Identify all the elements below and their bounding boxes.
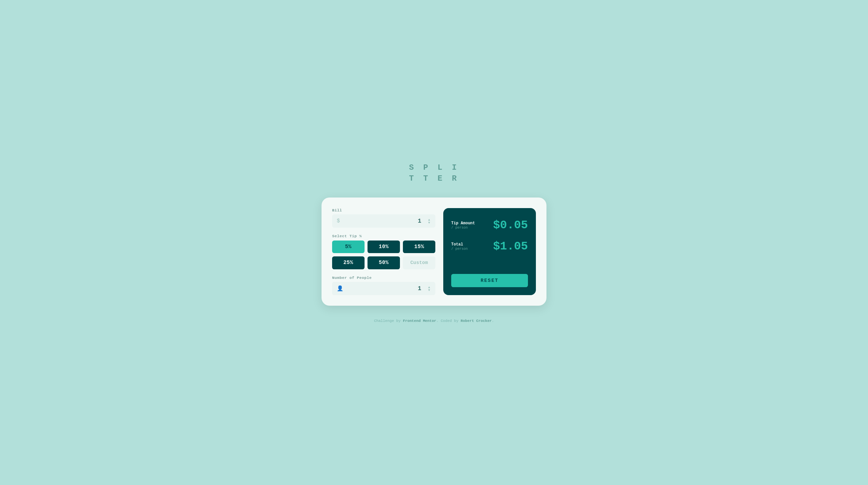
reset-button[interactable]: RESET — [451, 274, 528, 287]
tip-section: Select Tip % 5%10%15%25%50%Custom — [332, 234, 435, 269]
total-row: Total / person $1.05 — [451, 240, 528, 253]
people-input[interactable] — [346, 285, 426, 292]
footer: Challenge by Frontend Mentor. Coded by R… — [374, 319, 494, 323]
result-rows: Tip Amount / person $0.05 Total / person… — [451, 219, 528, 253]
people-spinner-down[interactable]: ▼ — [428, 289, 431, 292]
tip-grid: 5%10%15%25%50%Custom — [332, 241, 435, 269]
people-label: Number of People — [332, 276, 435, 280]
bill-label: Bill — [332, 208, 435, 212]
bill-section: Bill $ ▲ ▼ — [332, 208, 435, 228]
total-label: Total — [451, 242, 468, 247]
total-labels: Total / person — [451, 242, 468, 251]
tip-amount-sublabel: / person — [451, 225, 475, 230]
bill-input-wrapper: $ ▲ ▼ — [332, 214, 435, 228]
frontend-mentor-link: Frontend Mentor — [403, 319, 436, 323]
left-panel: Bill $ ▲ ▼ Select Tip % 5%10%15%25%50%Cu… — [332, 208, 435, 296]
dollar-icon: $ — [337, 218, 340, 224]
tip-button-4[interactable]: 50% — [368, 256, 400, 269]
tip-amount-labels: Tip Amount / person — [451, 221, 475, 230]
total-sublabel: / person — [451, 247, 468, 251]
right-panel: Tip Amount / person $0.05 Total / person… — [443, 208, 536, 296]
people-section: Number of People 👤 ▲ ▼ — [332, 276, 435, 295]
person-icon: 👤 — [337, 285, 343, 292]
bill-input[interactable] — [343, 218, 426, 224]
tip-button-0[interactable]: 5% — [332, 241, 365, 253]
tip-button-3[interactable]: 25% — [332, 256, 365, 269]
author-link: Robert Crocker — [461, 319, 492, 323]
tip-label: Select Tip % — [332, 234, 435, 238]
total-value: $1.05 — [493, 240, 528, 253]
tip-button-5[interactable]: Custom — [403, 256, 435, 269]
app-title: S P L I T T E R — [409, 162, 459, 184]
bill-spinner-down[interactable]: ▼ — [428, 221, 431, 224]
people-spinner: ▲ ▼ — [428, 285, 431, 292]
tip-amount-row: Tip Amount / person $0.05 — [451, 219, 528, 232]
tip-amount-value: $0.05 — [493, 219, 528, 232]
tip-button-1[interactable]: 10% — [368, 241, 400, 253]
main-card: Bill $ ▲ ▼ Select Tip % 5%10%15%25%50%Cu… — [321, 198, 547, 306]
people-input-wrapper: 👤 ▲ ▼ — [332, 282, 435, 295]
tip-amount-label: Tip Amount — [451, 221, 475, 225]
bill-spinner: ▲ ▼ — [428, 218, 431, 224]
tip-button-2[interactable]: 15% — [403, 241, 435, 253]
